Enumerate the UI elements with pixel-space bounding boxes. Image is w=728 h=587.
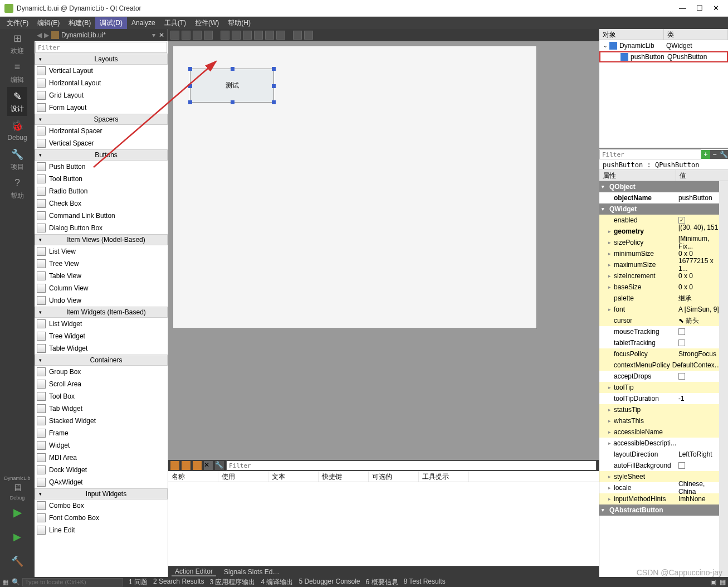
prop-locale[interactable]: ▸localeChinese, China (599, 482, 719, 493)
prop-toolTip[interactable]: ▸toolTip (599, 382, 719, 393)
progress-button[interactable]: ▣ (710, 578, 716, 586)
build-button[interactable]: 🔨 (4, 549, 30, 574)
widget-horizontal-spacer[interactable]: Horizontal Spacer (35, 125, 168, 137)
widget-vertical-spacer[interactable]: Vertical Spacer (35, 137, 168, 149)
widget-group-box[interactable]: Group Box (35, 366, 168, 378)
prop-cursor[interactable]: cursor⬉ 箭头 (599, 315, 719, 326)
expand-icon[interactable]: ▸ (608, 496, 614, 502)
action-col-4[interactable]: 可选的 (369, 471, 419, 482)
widget-group-item-widgets--item-based-[interactable]: ▾Item Widgets (Item-Based) (35, 307, 168, 318)
prop-group-QAbstractButton[interactable]: ▾QAbstractButton (599, 504, 719, 516)
prop-contextMenuPolicy[interactable]: contextMenuPolicyDefaultContex... (599, 360, 719, 371)
break-layout-button[interactable] (265, 31, 274, 40)
expand-icon[interactable]: ▸ (608, 240, 614, 245)
prop-group-QWidget[interactable]: ▾QWidget (599, 203, 719, 215)
widget-dialog-button-box[interactable]: Dialog Button Box (35, 222, 168, 234)
widget-line-edit[interactable]: Line Edit (35, 524, 168, 536)
widget-combo-box[interactable]: Combo Box (35, 499, 168, 512)
obj-col-class[interactable]: 类 (664, 29, 729, 40)
widget-group-input-widgets[interactable]: ▾Input Widgets (35, 488, 168, 499)
prop-tabletTracking[interactable]: tabletTracking (599, 337, 719, 348)
prop-font[interactable]: ▸fontA [SimSun, 9] (599, 304, 719, 315)
prop-col-value[interactable]: 值 (676, 170, 690, 181)
grid-snap-button[interactable] (293, 31, 302, 40)
menu-w[interactable]: 控件(W) (190, 17, 223, 29)
widget-stacked-widget[interactable]: Stacked Widget (35, 415, 168, 427)
action-col-1[interactable]: 使用 (218, 471, 268, 482)
output-tab-6[interactable]: 8 Test Results (402, 578, 448, 587)
expand-icon[interactable]: ▸ (608, 229, 614, 234)
menu-analyze[interactable]: Analyze (127, 18, 160, 28)
widget-font-combo-box[interactable]: Font Combo Box (35, 512, 168, 524)
expand-icon[interactable]: ▸ (608, 307, 614, 312)
widget-table-view[interactable]: Table View (35, 270, 168, 282)
expand-icon[interactable]: ▸ (608, 273, 614, 279)
widget-push-button[interactable]: Push Button (35, 161, 168, 173)
prop-autoFillBackground[interactable]: autoFillBackground (599, 460, 719, 471)
prop-col-name[interactable]: 属性 (599, 170, 676, 181)
bottom-tab-0[interactable]: Action Editor (172, 567, 216, 576)
output-tab-3[interactable]: 4 编译输出 (258, 578, 295, 587)
action-col-5[interactable]: 工具提示 (419, 471, 469, 482)
expand-icon[interactable]: ▸ (608, 418, 614, 424)
widget-group-buttons[interactable]: ▾Buttons (35, 149, 168, 161)
preview-button[interactable] (304, 31, 313, 40)
expand-icon[interactable]: ▸ (608, 284, 614, 290)
expand-icon[interactable]: ▸ (608, 385, 614, 390)
prop-group-QObject[interactable]: ▾QObject (599, 181, 719, 192)
widget-list-view[interactable]: List View (35, 245, 168, 258)
add-prop-button[interactable]: + (701, 150, 710, 159)
close-sidebar-button[interactable]: ▦ (2, 578, 8, 586)
mode-项目[interactable]: 🔧项目 (7, 145, 27, 174)
menu-f[interactable]: 文件(F) (2, 17, 33, 29)
prop-scrollbar[interactable] (719, 181, 728, 577)
widget-list-widget[interactable]: List Widget (35, 318, 168, 330)
widget-form-layout[interactable]: Form Layout (35, 101, 168, 114)
widget-group-containers[interactable]: ▾Containers (35, 355, 168, 366)
widget-check-box[interactable]: Check Box (35, 197, 168, 210)
prop-inputMethodHints[interactable]: ▸inputMethodHintsImhNone (599, 493, 719, 504)
widget-filter-input[interactable]: Filter (35, 42, 167, 53)
close-file-button[interactable]: ✕ (158, 31, 165, 39)
widget-grid-layout[interactable]: Grid Layout (35, 89, 168, 101)
widget-tool-button[interactable]: Tool Button (35, 173, 168, 185)
delete-action-button[interactable]: ✕ (204, 461, 213, 470)
expand-icon[interactable]: ▸ (608, 407, 614, 413)
mode-debug[interactable]: 🐞Debug (7, 116, 27, 145)
layout-grid-button[interactable] (243, 31, 252, 40)
action-col-2[interactable]: 文本 (268, 471, 319, 482)
mode-帮助[interactable]: ?帮助 (7, 174, 27, 203)
widget-group-item-views--model-based-[interactable]: ▾Item Views (Model-Based) (35, 234, 168, 245)
prop-accessibleName[interactable]: ▸accessibleName (599, 426, 719, 438)
prop-sizePolicy[interactable]: ▸sizePolicy[Minimum, Fix... (599, 237, 719, 248)
prop-mouseTracking[interactable]: mouseTracking (599, 326, 719, 337)
checkbox-icon[interactable] (678, 373, 685, 380)
expand-icon[interactable]: ▸ (608, 485, 614, 491)
mode-设计[interactable]: ✎设计 (7, 87, 27, 116)
output-tab-2[interactable]: 3 应用程序输出 (207, 578, 257, 587)
paste-action-button[interactable] (193, 461, 202, 470)
widget-column-view[interactable]: Column View (35, 282, 168, 294)
prop-baseSize[interactable]: ▸baseSize0 x 0 (599, 282, 719, 293)
expand-icon[interactable]: ▸ (608, 251, 614, 256)
checkbox-icon[interactable] (678, 339, 685, 346)
action-col-3[interactable]: 快捷键 (319, 471, 369, 482)
edit-signals-button[interactable] (182, 31, 190, 40)
prop-filter-input[interactable] (599, 149, 701, 159)
expand-icon[interactable]: ▸ (608, 429, 614, 435)
checkbox-icon[interactable] (678, 328, 685, 335)
prop-acceptDrops[interactable]: acceptDrops (599, 371, 719, 382)
copy-action-button[interactable] (182, 461, 190, 470)
minimize-button[interactable]: — (679, 4, 686, 12)
layout-h-button[interactable] (221, 31, 229, 40)
widget-widget[interactable]: Widget (35, 439, 168, 452)
output-tab-0[interactable]: 1 问题 (126, 578, 150, 587)
action-filter-input[interactable] (226, 460, 597, 470)
toggle-sidebar-button[interactable]: ▦ (720, 578, 726, 586)
config-action-button[interactable]: 🔧 (215, 461, 224, 470)
form-canvas[interactable]: 测试 (173, 46, 537, 329)
widget-tree-widget[interactable]: Tree Widget (35, 330, 168, 342)
layout-v-button[interactable] (232, 31, 241, 40)
widget-dock-widget[interactable]: Dock Widget (35, 464, 168, 476)
menu-h[interactable]: 帮助(H) (223, 17, 255, 29)
